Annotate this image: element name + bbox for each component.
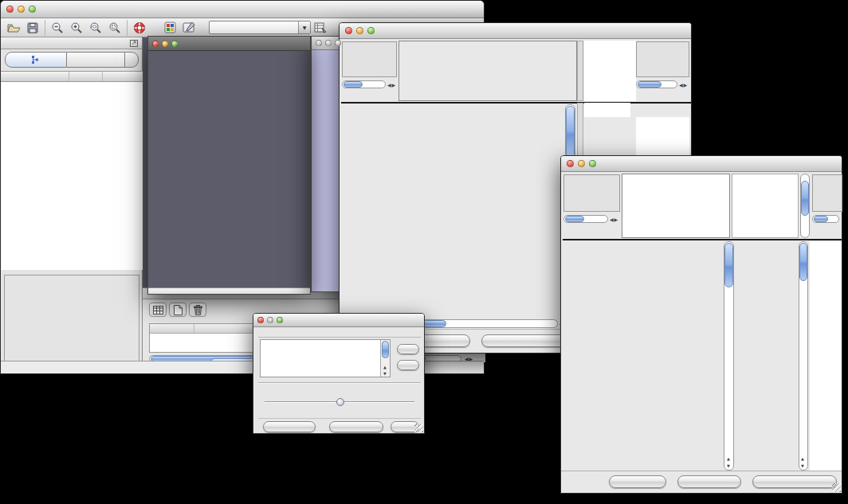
zoom-button[interactable] bbox=[335, 40, 341, 46]
tv1-similarity-matrix[interactable] bbox=[584, 119, 627, 157]
select-attributes-button[interactable] bbox=[149, 303, 167, 317]
tab-network[interactable] bbox=[5, 52, 67, 68]
help-button[interactable] bbox=[130, 19, 149, 37]
minimize-button[interactable] bbox=[18, 6, 25, 13]
close-button[interactable] bbox=[6, 6, 14, 13]
tv1-export-graphics-button[interactable] bbox=[481, 334, 566, 347]
window-controls bbox=[567, 160, 596, 167]
tv1-hints-scroll-arrows[interactable]: ◀▶ bbox=[679, 82, 688, 88]
tv1-label-scroll-strip[interactable] bbox=[577, 41, 583, 101]
move-down-button[interactable] bbox=[397, 360, 419, 370]
search-combobox[interactable]: ▼ bbox=[209, 21, 311, 34]
scroll-down-arrow[interactable]: ▼ bbox=[727, 463, 731, 468]
zoom-button[interactable] bbox=[29, 6, 36, 13]
tv1-status-scroll-arrows[interactable]: ◀▶ bbox=[387, 82, 396, 88]
control-panel-header bbox=[1, 37, 142, 49]
minimize-button[interactable] bbox=[325, 40, 332, 46]
tv1-view-status bbox=[342, 41, 397, 77]
tv2-export-graphics-button[interactable] bbox=[752, 475, 837, 488]
attribute-listbox[interactable]: ▲ ▼ bbox=[260, 339, 391, 377]
tv1-status-hscrollbar[interactable] bbox=[342, 80, 386, 88]
resize-grip[interactable] bbox=[832, 483, 841, 492]
zoom-selected-button[interactable] bbox=[105, 19, 124, 37]
control-panel bbox=[1, 37, 143, 369]
tv2-row-dendrogram[interactable] bbox=[563, 241, 622, 471]
col-nodes[interactable] bbox=[69, 72, 103, 81]
attribute-browser-button[interactable] bbox=[311, 19, 330, 37]
close-button[interactable] bbox=[345, 27, 352, 34]
id-column-header[interactable] bbox=[150, 324, 194, 333]
zoom-out-button[interactable] bbox=[48, 19, 67, 37]
zoom-fit-button[interactable] bbox=[86, 19, 105, 37]
network-overview[interactable] bbox=[4, 275, 139, 365]
annotation-tool-button[interactable] bbox=[179, 19, 198, 37]
tv2-selection-heatmap[interactable] bbox=[736, 241, 797, 471]
network1-view[interactable] bbox=[148, 51, 310, 294]
col-network[interactable] bbox=[1, 72, 69, 81]
create-attribute-button[interactable] bbox=[169, 303, 186, 317]
slider-thumb[interactable] bbox=[336, 398, 344, 406]
float-panel-icon[interactable] bbox=[130, 40, 138, 47]
tv2-heatmap-vscrollbar[interactable]: ▲ ▼ bbox=[724, 241, 734, 471]
listbox-vscrollbar[interactable]: ▲ ▼ bbox=[380, 340, 390, 377]
animate-vizmap-button[interactable] bbox=[263, 421, 316, 432]
zoom-button[interactable] bbox=[171, 41, 178, 47]
scroll-down-arrow[interactable]: ▼ bbox=[801, 463, 805, 468]
open-session-button[interactable] bbox=[4, 19, 23, 37]
window-controls bbox=[316, 40, 341, 46]
table-grid-icon bbox=[153, 306, 163, 315]
treeview1-title-bar[interactable] bbox=[340, 23, 691, 39]
tv2-hints-hscrollbar[interactable] bbox=[812, 215, 839, 223]
close-button[interactable] bbox=[152, 41, 159, 47]
tv2-usage-hints bbox=[812, 174, 842, 212]
tab-overflow-button[interactable] bbox=[125, 52, 139, 68]
close-button[interactable] bbox=[316, 40, 322, 46]
close-button[interactable] bbox=[567, 160, 574, 167]
tv2-status-hscrollbar[interactable] bbox=[563, 215, 608, 223]
delete-attribute-button[interactable] bbox=[189, 303, 206, 317]
minimize-button[interactable] bbox=[162, 41, 168, 47]
treeview2-title-bar[interactable] bbox=[561, 156, 842, 172]
open-folder-icon bbox=[7, 22, 21, 33]
dialog-title-bar[interactable] bbox=[253, 314, 424, 327]
tv2-heatmap[interactable] bbox=[622, 241, 723, 471]
tv2-separator bbox=[563, 239, 842, 240]
zoom-button[interactable] bbox=[277, 317, 283, 323]
move-up-button[interactable] bbox=[397, 344, 419, 354]
network-table-header bbox=[1, 72, 143, 82]
minimize-button[interactable] bbox=[356, 27, 363, 34]
animation-speed-slider[interactable] bbox=[265, 398, 414, 406]
scroll-up-arrow[interactable]: ▲ bbox=[801, 456, 805, 461]
tv1-column-dendrogram[interactable] bbox=[398, 41, 577, 101]
tv2-selection-vscrollbar[interactable]: ▲ ▼ bbox=[799, 241, 808, 471]
minimize-button[interactable] bbox=[267, 317, 273, 323]
col-edges[interactable] bbox=[103, 72, 143, 81]
main-title-bar[interactable] bbox=[1, 1, 484, 18]
window-controls bbox=[257, 317, 283, 323]
zoom-button[interactable] bbox=[589, 160, 596, 167]
tv1-heatmap[interactable] bbox=[398, 104, 564, 318]
tv2-status-scroll-arrows[interactable]: ◀▶ bbox=[610, 217, 618, 222]
tv1-hints-hscrollbar[interactable] bbox=[636, 80, 677, 88]
tv2-settings-button[interactable] bbox=[609, 475, 666, 488]
tv2-save-data-button[interactable] bbox=[677, 475, 741, 488]
zoom-fit-icon bbox=[89, 21, 102, 34]
tv2-column-dendrogram[interactable] bbox=[622, 174, 730, 238]
search-input[interactable] bbox=[210, 21, 298, 33]
tv2-labels-vscrollbar[interactable] bbox=[800, 174, 810, 238]
tv1-row-dendrogram[interactable] bbox=[342, 104, 398, 318]
create-vizmap-button[interactable] bbox=[329, 421, 383, 432]
scroll-up-arrow[interactable]: ▲ bbox=[383, 365, 387, 369]
scroll-down-arrow[interactable]: ▼ bbox=[383, 371, 387, 376]
vizmapper-tool-button[interactable] bbox=[160, 19, 179, 37]
save-session-button[interactable] bbox=[23, 19, 42, 37]
close-button[interactable] bbox=[257, 317, 264, 323]
scroll-up-arrow[interactable]: ▲ bbox=[727, 456, 731, 461]
tab-vizmapper[interactable] bbox=[67, 52, 125, 68]
zoom-button[interactable] bbox=[367, 27, 375, 34]
resize-grip[interactable] bbox=[414, 424, 423, 432]
minimize-button[interactable] bbox=[578, 160, 585, 167]
zoom-in-button[interactable] bbox=[67, 19, 86, 37]
search-dropdown-arrow[interactable]: ▼ bbox=[298, 21, 310, 33]
network1-title-bar[interactable] bbox=[148, 37, 310, 51]
